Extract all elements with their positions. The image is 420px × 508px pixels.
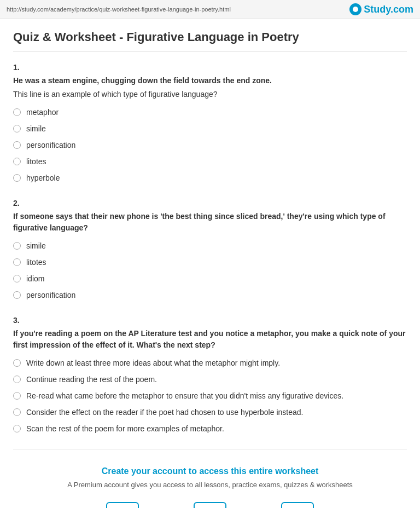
option-label: simile	[26, 124, 46, 133]
radio-button[interactable]	[13, 174, 21, 182]
option-label: Scan the rest of the poem for more examp…	[26, 424, 224, 433]
option-item[interactable]: Re-read what came before the metaphor to…	[13, 390, 407, 401]
question-3-number: 3.	[13, 316, 407, 325]
quiz-icon	[194, 502, 226, 508]
logo-dot-inner	[353, 7, 358, 12]
option-item[interactable]: idiom	[13, 273, 407, 284]
option-item[interactable]: hyperbole	[13, 172, 407, 183]
feature-experts: Access to experts for homework questions	[265, 502, 330, 508]
option-item[interactable]: litotes	[13, 156, 407, 167]
feature-video: Access to all video lessons	[90, 502, 155, 508]
main-content: Quiz & Worksheet - Figurative Language i…	[0, 19, 420, 508]
radio-button[interactable]	[13, 408, 21, 416]
option-item[interactable]: metaphor	[13, 107, 407, 118]
url-display: http://study.com/academy/practice/quiz-w…	[7, 6, 231, 13]
question-3-options: Write down at least three more ideas abo…	[13, 357, 407, 434]
question-1-number: 1.	[13, 63, 407, 72]
option-label: personification	[26, 291, 75, 299]
question-2-sentence: If someone says that their new phone is …	[13, 211, 407, 234]
question-2-number: 2.	[13, 199, 407, 207]
radio-button[interactable]	[13, 392, 21, 400]
option-label: hyperbole	[26, 174, 60, 182]
radio-button[interactable]	[13, 359, 21, 367]
cta-title: Create your account to access this entir…	[24, 466, 396, 476]
radio-button[interactable]	[13, 242, 21, 250]
option-item[interactable]: Scan the rest of the poem for more examp…	[13, 423, 407, 434]
radio-button[interactable]	[13, 291, 21, 299]
question-1: 1. He was a steam engine, chugging down …	[13, 63, 407, 183]
radio-button[interactable]	[13, 425, 21, 432]
option-label: litotes	[26, 258, 46, 267]
option-item[interactable]: litotes	[13, 257, 407, 268]
option-item[interactable]: simile	[13, 123, 407, 134]
option-label: simile	[26, 241, 46, 250]
question-2: 2. If someone says that their new phone …	[13, 199, 407, 301]
question-1-options: metaphor simile personification litotes …	[13, 107, 407, 183]
option-label: metaphor	[26, 108, 59, 117]
option-label: litotes	[26, 157, 46, 166]
option-item[interactable]: Write down at least three more ideas abo…	[13, 357, 407, 368]
question-3: 3. If you're reading a poem on the AP Li…	[13, 316, 407, 434]
option-item[interactable]: personification	[13, 290, 407, 301]
option-item[interactable]: personification	[13, 140, 407, 151]
cta-section: Create your account to access this entir…	[13, 449, 407, 508]
option-label: Continue reading the rest of the poem.	[26, 375, 157, 384]
question-1-prompt: This line is an example of which type of…	[13, 89, 407, 100]
option-label: Write down at least three more ideas abo…	[26, 359, 280, 367]
option-item[interactable]: simile	[13, 240, 407, 251]
logo-area: Study.com	[349, 3, 413, 15]
radio-button[interactable]	[13, 376, 21, 383]
option-label: Re-read what came before the metaphor to…	[26, 391, 343, 400]
radio-button[interactable]	[13, 141, 21, 149]
cta-subtitle: A Premium account gives you access to al…	[24, 481, 396, 489]
option-label: idiom	[26, 274, 44, 283]
chat-icon	[281, 502, 314, 508]
radio-button[interactable]	[13, 125, 21, 132]
option-label: Consider the effect on the reader if the…	[26, 408, 303, 417]
question-3-sentence: If you're reading a poem on the AP Liter…	[13, 328, 407, 351]
radio-button[interactable]	[13, 158, 21, 165]
features-row: Access to all video lessons Quizzes, pra…	[24, 502, 396, 508]
question-1-sentence: He was a steam engine, chugging down the…	[13, 75, 407, 86]
radio-button[interactable]	[13, 108, 21, 116]
top-bar: http://study.com/academy/practice/quiz-w…	[0, 0, 420, 19]
page-title: Quiz & Worksheet - Figurative Language i…	[13, 30, 407, 52]
logo-text: Study.com	[364, 4, 413, 15]
option-item[interactable]: Consider the effect on the reader if the…	[13, 407, 407, 418]
feature-quizzes: Quizzes, practice exams & worksheets	[177, 502, 243, 508]
option-item[interactable]: Continue reading the rest of the poem.	[13, 374, 407, 385]
logo-icon	[349, 3, 361, 15]
video-icon	[106, 502, 139, 508]
radio-button[interactable]	[13, 258, 21, 266]
question-2-options: simile litotes idiom personification	[13, 240, 407, 301]
option-label: personification	[26, 141, 75, 149]
radio-button[interactable]	[13, 275, 21, 282]
